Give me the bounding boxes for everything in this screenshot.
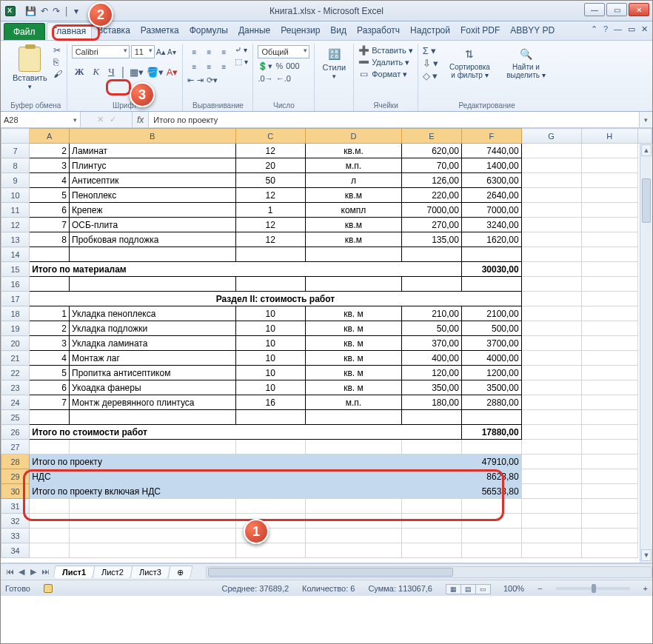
cell[interactable] <box>235 543 305 558</box>
cell[interactable]: Укоадка фанеры <box>70 380 236 395</box>
clear-button[interactable]: ◇ ▾ <box>423 70 439 81</box>
italic-button[interactable]: К <box>90 64 103 79</box>
currency-icon[interactable]: 💲▾ <box>258 61 272 71</box>
zoom-out-icon[interactable]: − <box>538 584 542 593</box>
cell[interactable]: 5 <box>30 366 70 380</box>
cell[interactable]: 4000,00 <box>461 351 521 366</box>
row-header[interactable]: 30 <box>1 484 30 499</box>
cell[interactable] <box>70 440 236 455</box>
cell[interactable]: кв.м <box>305 218 401 232</box>
cell[interactable] <box>581 484 637 499</box>
row-header[interactable]: 11 <box>1 203 30 218</box>
cell[interactable] <box>581 469 637 484</box>
cell[interactable] <box>402 410 462 425</box>
tab-nav-first-icon[interactable]: ⏮ <box>4 567 16 577</box>
cell[interactable] <box>305 440 401 455</box>
row-header[interactable]: 21 <box>1 351 30 366</box>
cell[interactable]: 7000,00 <box>461 203 521 218</box>
cell[interactable] <box>581 514 637 529</box>
decrease-decimal-icon[interactable]: ←.0 <box>276 74 291 83</box>
cell[interactable]: л <box>305 173 401 188</box>
row-header[interactable]: 8 <box>1 158 30 173</box>
doc-minimize-icon[interactable]: — <box>614 24 622 34</box>
cell[interactable]: 10 <box>235 351 305 366</box>
cell[interactable]: кв. м <box>305 306 401 321</box>
cell[interactable] <box>305 247 401 262</box>
row-header[interactable]: 9 <box>1 173 30 188</box>
align-left-icon[interactable]: ≡ <box>187 60 201 73</box>
cell[interactable] <box>461 499 521 514</box>
cell[interactable] <box>581 144 637 158</box>
cell[interactable] <box>521 410 581 425</box>
qat-redo-icon[interactable]: ↷ <box>53 6 60 16</box>
cell[interactable]: 180,00 <box>402 395 462 410</box>
cell[interactable]: 3 <box>30 158 70 173</box>
align-top-icon[interactable]: ≡ <box>187 45 201 58</box>
cell[interactable] <box>581 336 637 351</box>
cell[interactable] <box>581 292 637 306</box>
autosum-button[interactable]: Σ ▾ <box>423 45 439 56</box>
cell[interactable]: 20 <box>235 158 305 173</box>
cell[interactable]: Итого по стоимости работ <box>30 425 462 440</box>
cell[interactable] <box>521 395 581 410</box>
cell[interactable] <box>581 543 637 558</box>
cell[interactable]: Укладка подложки <box>70 321 236 336</box>
cell[interactable]: кв. м <box>305 336 401 351</box>
row-header[interactable]: 14 <box>1 247 30 262</box>
cell[interactable] <box>521 499 581 514</box>
cell[interactable]: кв. м <box>305 366 401 380</box>
paste-button[interactable]: Вставить ▼ <box>10 45 50 92</box>
increase-indent-icon[interactable]: ⇥ <box>197 76 204 85</box>
cell[interactable]: 30030,00 <box>461 262 521 277</box>
fill-button[interactable]: ⇩ ▾ <box>423 58 439 69</box>
cell[interactable]: кв. м <box>305 321 401 336</box>
cell[interactable] <box>581 247 637 262</box>
cell[interactable]: 12 <box>235 188 305 203</box>
cell[interactable]: 3700,00 <box>461 336 521 351</box>
cell[interactable]: 3500,00 <box>461 380 521 395</box>
row-header[interactable]: 17 <box>1 292 30 306</box>
cell[interactable] <box>70 499 236 514</box>
column-header-F[interactable]: F <box>461 129 521 144</box>
row-header[interactable]: 33 <box>1 529 30 543</box>
cell[interactable] <box>521 380 581 395</box>
cell[interactable] <box>461 529 521 543</box>
fx-icon[interactable]: fx <box>133 112 149 127</box>
row-header[interactable]: 19 <box>1 321 30 336</box>
row-header[interactable]: 18 <box>1 306 30 321</box>
column-header-G[interactable]: G <box>521 129 581 144</box>
cell[interactable] <box>70 514 236 529</box>
tab-Разметка[interactable]: Разметка <box>135 22 184 40</box>
cell[interactable] <box>581 188 637 203</box>
increase-decimal-icon[interactable]: .0→ <box>258 74 272 83</box>
cell[interactable]: Итого по проекту <box>30 455 462 469</box>
cell[interactable] <box>402 529 462 543</box>
cell[interactable] <box>521 292 581 306</box>
sheet-tab[interactable]: Лист3 <box>130 566 171 578</box>
column-header-B[interactable]: B <box>70 129 236 144</box>
scroll-up-icon[interactable]: ▲ <box>641 144 652 156</box>
row-header[interactable]: 34 <box>1 543 30 558</box>
cut-icon[interactable]: ✂ <box>53 45 62 56</box>
fill-color-button[interactable]: 🪣▾ <box>147 67 164 78</box>
wrap-text-button[interactable]: ⤶ ▾ <box>235 45 248 55</box>
cell[interactable] <box>70 529 236 543</box>
help-icon[interactable]: ? <box>603 24 608 34</box>
cell[interactable]: 8 <box>30 232 70 247</box>
cell[interactable] <box>521 262 581 277</box>
window-maximize-button[interactable]: ▭ <box>606 3 627 16</box>
cell[interactable] <box>521 425 581 440</box>
cell[interactable]: кв. м <box>305 380 401 395</box>
cell[interactable] <box>521 543 581 558</box>
cell[interactable]: 1400,00 <box>461 158 521 173</box>
tab-Формулы[interactable]: Формулы <box>184 22 233 40</box>
align-bottom-icon[interactable]: ≡ <box>217 45 230 58</box>
tab-nav-prev-icon[interactable]: ◀ <box>16 567 27 577</box>
cell[interactable] <box>402 277 462 292</box>
cell[interactable] <box>521 144 581 158</box>
cell[interactable]: Пропитка антисептиком <box>70 366 236 380</box>
row-header[interactable]: 13 <box>1 232 30 247</box>
cell[interactable] <box>30 543 70 558</box>
percent-icon[interactable]: % <box>275 61 283 71</box>
cell[interactable] <box>521 514 581 529</box>
